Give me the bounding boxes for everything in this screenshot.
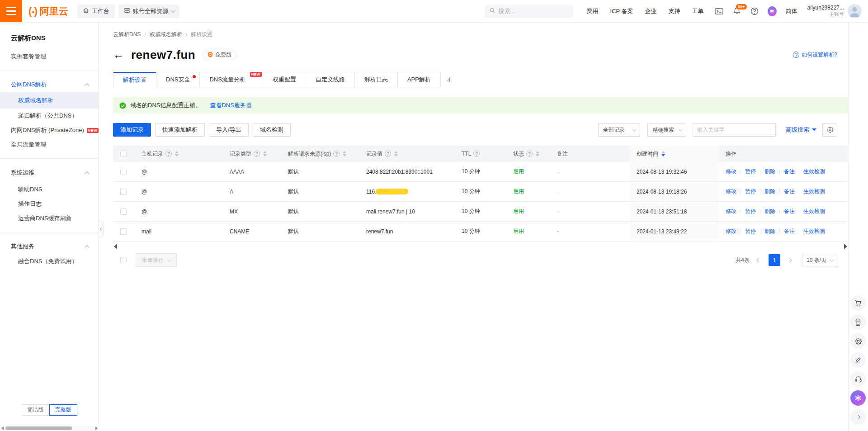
import-export-button[interactable]: 导入/导出 [209,123,249,137]
remark-link[interactable]: 备注 [784,227,795,235]
modify-link[interactable]: 修改 [726,227,736,235]
sidebar-item-gtm[interactable]: 全局流量管理 [0,137,99,152]
effect-check-link[interactable]: 生效检测 [803,188,825,195]
keyword-search-box[interactable] [693,123,776,137]
nav-tickets[interactable]: 工单 [692,7,704,15]
sidebar-horizontal-scrollbar[interactable] [0,426,99,431]
tab-dns-security[interactable]: DNS安全 [156,72,200,87]
row-checkbox[interactable] [120,228,127,235]
nav-support[interactable]: 支持 [669,7,680,15]
view-dns-servers-link[interactable]: 查看DNS服务器 [210,101,251,109]
nav-enterprise[interactable]: 企业 [645,7,657,15]
breadcrumb-authoritative[interactable]: 权威域名解析 [150,31,182,38]
nav-icp[interactable]: ICP 备案 [610,7,633,15]
scroll-left-arrow-icon[interactable] [114,244,117,249]
search-mode-select[interactable]: 精确搜索 [647,123,686,137]
support-headset-icon[interactable] [850,371,866,387]
help-circle-icon[interactable]: ? [333,151,340,157]
sidebar-group-other-services[interactable]: 其他服务 [0,239,99,254]
tab-app-resolution[interactable]: APP解析 [397,72,441,87]
prev-page-button[interactable] [754,254,764,266]
tab-custom-lines[interactable]: 自定义线路 [306,72,355,87]
help-circle-icon[interactable]: ? [254,151,260,157]
feedback-pencil-icon[interactable] [850,352,866,368]
sidebar-group-public-dns[interactable]: 公网DNS解析 [0,77,99,92]
remark-link[interactable]: 备注 [784,168,795,175]
help-circle-icon[interactable]: ? [165,151,172,157]
scroll-right-arrow-icon[interactable] [95,426,98,430]
keyword-input[interactable] [697,127,767,133]
pause-link[interactable]: 暂停 [745,168,756,175]
breadcrumb-dns[interactable]: 云解析DNS [113,31,141,38]
avatar[interactable] [848,4,862,18]
pause-link[interactable]: 暂停 [745,208,756,215]
sidebar-item-operation-log[interactable]: 操作日志 [0,197,99,211]
tab-record-settings[interactable]: 解析设置 [113,72,156,87]
how-to-setup-link[interactable]: ? 如何设置解析? [793,51,837,59]
help-circle-icon[interactable]: ? [526,151,533,157]
delete-link[interactable]: 删除 [764,168,775,175]
workbench-button[interactable]: 工作台 [77,5,115,18]
tab-resolution-logs[interactable]: 解析日志 [354,72,398,87]
ai-assistant-icon[interactable] [850,390,866,406]
app-download-icon[interactable]: AP [850,314,866,330]
tab-weight-config[interactable]: 权重配置 [263,72,306,87]
quick-add-button[interactable]: 快速添加解析 [155,123,205,137]
sidebar-collapse-handle[interactable] [99,220,104,237]
batch-operations-button[interactable]: 批量操作 [136,253,177,267]
sort-control[interactable] [343,151,346,156]
add-record-button[interactable]: 添加记录 [113,123,151,137]
nav-billing[interactable]: 费用 [587,7,599,15]
delete-link[interactable]: 删除 [764,227,775,235]
language-switcher[interactable]: 简体 [786,7,797,15]
back-button[interactable]: ← [113,49,124,60]
next-page-button[interactable] [785,254,795,266]
sort-control[interactable] [536,151,539,156]
sidebar-item-recursive-dns[interactable]: 递归解析（公共DNS） [0,109,99,123]
help-circle-icon[interactable]: ? [385,151,391,157]
scroll-right-arrow-icon[interactable] [844,244,847,249]
tab-traffic-analysis[interactable]: DNS流量分析NEW [199,72,263,87]
sort-control-active[interactable] [661,151,665,156]
modify-link[interactable]: 修改 [726,208,736,215]
row-checkbox[interactable] [120,208,127,215]
help-circle-icon[interactable]: ? [473,151,480,157]
page-size-select[interactable]: 10 条/页 [802,254,837,266]
modify-link[interactable]: 修改 [726,188,736,195]
global-search-box[interactable] [485,5,573,18]
account-resources-dropdown[interactable]: 账号全部资源 [118,5,179,18]
pause-link[interactable]: 暂停 [745,227,756,235]
footer-select-checkbox[interactable] [120,257,127,263]
scroll-left-arrow-icon[interactable] [1,426,4,430]
modify-link[interactable]: 修改 [726,168,736,175]
global-search-input[interactable] [499,8,562,14]
pause-link[interactable]: 暂停 [745,188,756,195]
select-all-checkbox[interactable] [120,151,127,157]
account-menu[interactable]: aliyun298227... 主账号 [807,4,862,18]
sort-control[interactable] [175,151,179,156]
sidebar-item-plan-management[interactable]: 实例套餐管理 [0,49,99,64]
delete-link[interactable]: 删除 [764,188,775,195]
scrollbar-thumb[interactable] [5,426,72,430]
record-filter-select[interactable]: 全部记录 [598,123,640,137]
effect-check-link[interactable]: 生效检测 [803,208,825,215]
sidebar-item-private-zone[interactable]: 内网DNS解析 (PrivateZone) NEW [0,123,99,137]
sidebar-item-secondary-dns[interactable]: 辅助DNS [0,182,99,197]
settings-gear-icon[interactable] [850,333,866,349]
advanced-search-toggle[interactable]: 高级搜索 [786,126,816,134]
help-icon[interactable] [750,7,759,16]
sort-control[interactable] [394,151,398,156]
row-checkbox[interactable] [120,189,127,195]
sidebar-item-authoritative-dns[interactable]: 权威域名解析 [0,92,99,109]
domain-check-button[interactable]: 域名检测 [253,123,291,137]
row-checkbox[interactable] [120,169,127,175]
ai-assistant-icon[interactable] [768,7,777,16]
cart-icon[interactable] [850,295,866,311]
sidebar-item-hybrid-dns[interactable]: 融合DNS（免费试用） [0,254,99,269]
remark-link[interactable]: 备注 [784,208,795,215]
cloudshell-icon[interactable] [715,7,724,16]
sidebar-group-sysops[interactable]: 系统运维 [0,165,99,180]
hamburger-menu-button[interactable] [0,0,22,22]
effect-check-link[interactable]: 生效检测 [803,227,825,235]
aliyun-logo[interactable]: (-) 阿里云 [28,5,68,18]
